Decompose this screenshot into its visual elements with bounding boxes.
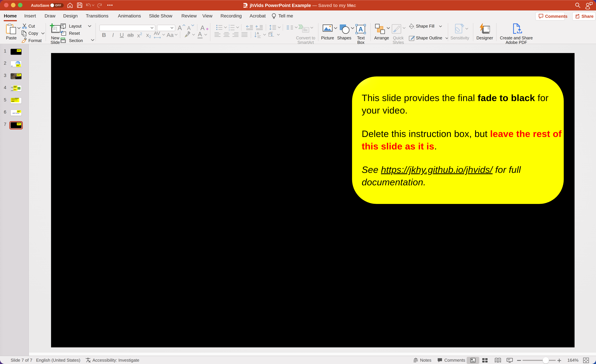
svg-text:A: A xyxy=(257,31,259,35)
svg-text:A: A xyxy=(358,26,363,33)
svg-text:2: 2 xyxy=(229,27,230,29)
svg-text:1: 1 xyxy=(229,24,230,26)
svg-text:P: P xyxy=(244,4,245,7)
svg-text:3: 3 xyxy=(229,29,230,31)
